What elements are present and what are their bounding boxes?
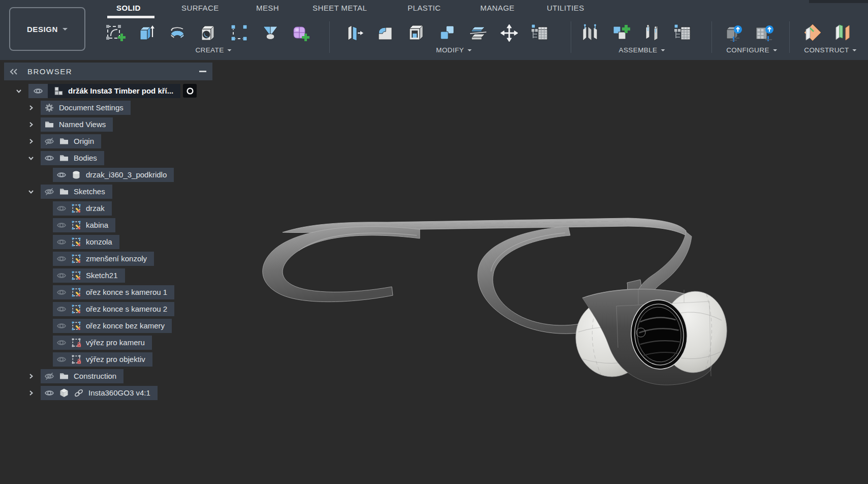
chevron-right-icon[interactable] xyxy=(26,121,36,128)
eye-hidden-icon[interactable] xyxy=(44,371,54,381)
configuration-table-icon[interactable] xyxy=(754,22,775,44)
tab-mesh[interactable]: MESH xyxy=(256,4,279,12)
change-parameters-icon[interactable] xyxy=(530,22,551,44)
shell-icon[interactable] xyxy=(406,22,427,44)
revolve-icon[interactable] xyxy=(167,22,188,44)
eye-visible-icon[interactable] xyxy=(44,388,54,398)
loft-icon[interactable] xyxy=(260,22,281,44)
tree-item-body-drzak[interactable]: drzak_i360_3_podkridlo xyxy=(53,168,174,182)
group-label-construct[interactable]: CONSTRUCT xyxy=(804,46,856,54)
tree-item-sketch-orez-bez-kamery[interactable]: ořez konce bez kamery xyxy=(53,319,172,333)
tree-item-sketch-konzola[interactable]: konzola xyxy=(53,235,119,249)
eye-dim-icon[interactable] xyxy=(56,338,67,348)
tree-item-root-component[interactable]: držák Insta3 Timber pod kří... xyxy=(28,84,180,98)
tree-row: drzak_i360_3_podkridlo xyxy=(0,166,224,183)
midplane-icon[interactable] xyxy=(832,22,853,44)
tree-item-construction[interactable]: Construction xyxy=(41,369,123,383)
tree-item-bodies[interactable]: Bodies xyxy=(41,151,104,165)
gear-icon xyxy=(44,103,54,113)
sketch-icon xyxy=(71,287,81,297)
toolbar-divider xyxy=(789,21,790,53)
move-copy-icon[interactable] xyxy=(499,22,520,44)
tree-row-root: držák Insta3 Timber pod kří... xyxy=(0,82,224,99)
configuration-icon[interactable] xyxy=(723,22,744,44)
chevron-right-icon[interactable] xyxy=(26,389,36,397)
tree-row: výřez pro objektiv xyxy=(0,351,224,368)
eye-visible-icon[interactable] xyxy=(28,84,48,98)
tree-item-sketch-orez-kamerou-2[interactable]: ořez konce s kamerou 2 xyxy=(53,302,174,316)
eye-hidden-icon[interactable] xyxy=(44,187,54,197)
chevron-down-icon[interactable] xyxy=(26,188,36,195)
tree-row: Insta360GO3 v4:1 xyxy=(0,384,224,401)
create-sketch-icon[interactable] xyxy=(105,22,126,44)
press-pull-icon[interactable] xyxy=(344,22,365,44)
eye-visible-icon[interactable] xyxy=(56,170,67,180)
as-built-joint-icon[interactable] xyxy=(641,22,663,44)
joint-icon[interactable] xyxy=(579,22,601,44)
tree-item-sketches[interactable]: Sketches xyxy=(41,185,112,199)
sketch-icon xyxy=(71,220,81,230)
group-label-modify[interactable]: MODIFY xyxy=(436,46,472,54)
tree-item-sketch-zmenseni-konzoly[interactable]: zmenšení konzoly xyxy=(53,252,154,266)
rectangular-pattern-icon[interactable] xyxy=(229,22,250,44)
new-component-icon[interactable] xyxy=(610,22,632,44)
tree-item-origin[interactable]: Origin xyxy=(41,134,101,148)
eye-dim-icon[interactable] xyxy=(56,321,67,331)
fillet-icon[interactable] xyxy=(375,22,396,44)
hole-icon[interactable] xyxy=(198,22,219,44)
sketch-icon xyxy=(71,254,81,264)
activate-component-radio[interactable] xyxy=(183,84,197,98)
chevron-right-icon[interactable] xyxy=(26,138,36,145)
group-label-assemble[interactable]: ASSEMBLE xyxy=(619,46,665,54)
folder-icon xyxy=(59,153,69,163)
create-form-icon[interactable] xyxy=(291,22,312,44)
tab-manage[interactable]: MANAGE xyxy=(480,4,514,12)
tab-sheet-metal[interactable]: SHEET METAL xyxy=(313,4,367,12)
tree-item-label: držák Insta3 Timber pod kří... xyxy=(68,86,173,95)
chevron-down-icon xyxy=(63,28,68,33)
offset-plane-icon[interactable] xyxy=(801,22,822,44)
tab-surface[interactable]: SURFACE xyxy=(181,4,219,12)
sketch-icon xyxy=(71,203,81,214)
tab-plastic[interactable]: PLASTIC xyxy=(408,4,441,12)
tree-item-sketch-vyrez-pro-objektiv[interactable]: výřez pro objektiv xyxy=(53,352,152,367)
chevron-right-icon[interactable] xyxy=(26,373,36,380)
chevron-down-icon[interactable] xyxy=(26,155,36,162)
chevron-right-icon[interactable] xyxy=(26,104,36,111)
tab-utilities[interactable]: UTILITIES xyxy=(547,4,584,12)
eye-dim-icon[interactable] xyxy=(56,287,67,297)
eye-hidden-icon[interactable] xyxy=(44,136,54,146)
eye-dim-icon[interactable] xyxy=(56,270,67,281)
tree-item-document-settings[interactable]: Document Settings xyxy=(41,101,131,115)
tab-solid[interactable]: SOLID xyxy=(116,4,141,12)
folder-icon xyxy=(44,119,54,130)
collapse-panel-icon[interactable] xyxy=(9,68,18,75)
eye-dim-icon[interactable] xyxy=(56,203,67,214)
sketch-icon xyxy=(71,237,81,247)
tree-item-sketch-drzak[interactable]: drzak xyxy=(53,201,112,216)
tree-item-sketch-vyrez-pro-kameru[interactable]: výřez pro kameru xyxy=(53,336,152,350)
tree-item-sketch-kabina[interactable]: kabina xyxy=(53,218,115,232)
tree-item-named-views[interactable]: Named Views xyxy=(41,117,113,132)
extrude-icon[interactable] xyxy=(136,22,157,44)
eye-dim-icon[interactable] xyxy=(56,354,67,365)
eye-dim-icon[interactable] xyxy=(56,220,67,230)
group-label-create[interactable]: CREATE xyxy=(195,46,231,54)
chevron-down-icon[interactable] xyxy=(14,87,24,95)
minimize-panel-icon[interactable] xyxy=(199,71,206,72)
eye-dim-icon[interactable] xyxy=(56,304,67,314)
design-workspace-dropdown[interactable]: DESIGN xyxy=(9,7,85,51)
eye-dim-icon[interactable] xyxy=(56,254,67,264)
tree-item-sketch21[interactable]: Sketch21 xyxy=(53,268,125,283)
tree-item-sketch-orez-kamerou-1[interactable]: ořez konce s kamerou 1 xyxy=(53,285,174,299)
tree-row: ořez konce s kamerou 2 xyxy=(0,300,224,317)
eye-dim-icon[interactable] xyxy=(56,237,67,247)
tree-item-insta360go3[interactable]: Insta360GO3 v4:1 xyxy=(41,386,158,400)
group-label-configure[interactable]: CONFIGURE xyxy=(726,46,777,54)
split-body-icon[interactable] xyxy=(468,22,489,44)
combine-icon[interactable] xyxy=(437,22,458,44)
assemble-table-icon[interactable] xyxy=(672,22,694,44)
cube-icon xyxy=(59,388,69,398)
eye-visible-icon[interactable] xyxy=(44,153,54,163)
browser-panel-header: BROWSER xyxy=(4,63,212,80)
